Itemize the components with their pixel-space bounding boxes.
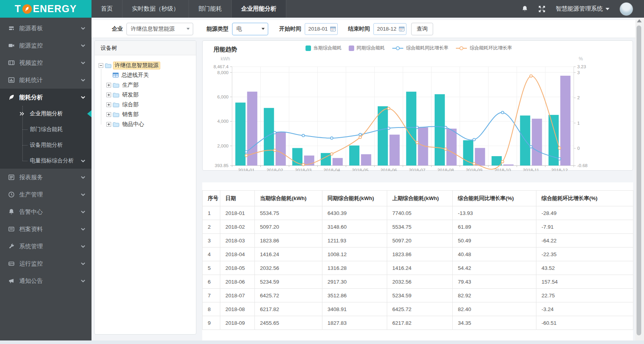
- device-tree-panel: 设备树 许继信息智慧能源总进线开关生产部研发部综合部销售部物品中心: [94, 40, 196, 335]
- nav-tab-2[interactable]: 部门能耗: [189, 0, 232, 18]
- legend-item-3[interactable]: 综合能耗环比增长率: [456, 45, 512, 51]
- legend-item-1[interactable]: 同期综合能耗: [349, 45, 385, 51]
- system-title-dropdown[interactable]: 智慧能源管理系统: [556, 5, 609, 13]
- tree-expand-toggle[interactable]: [106, 112, 111, 117]
- device-tree-title: 设备树: [95, 41, 196, 55]
- energy-trend-chart: 8,467.48,0006,0004,0002,000393.853.23321…: [203, 55, 633, 171]
- chevron-down-icon: [81, 245, 85, 248]
- calendar-icon[interactable]: [399, 26, 404, 31]
- sidebar-subitem-0[interactable]: 企业用能分析: [0, 106, 91, 122]
- table-cell: 7740.05: [387, 206, 453, 220]
- fullscreen-icon[interactable]: [538, 5, 545, 13]
- svg-text:kWh: kWh: [221, 56, 230, 62]
- scrollbar-up-arrow[interactable]: [637, 19, 642, 22]
- table-cell: -22.35: [536, 248, 633, 261]
- sidebar-item-3[interactable]: 能耗统计: [0, 71, 91, 89]
- nav-tab-3[interactable]: 企业用能分析: [232, 0, 286, 18]
- table-cell: 54.42: [453, 261, 536, 275]
- sidebar-item-8[interactable]: 档案资料: [0, 220, 91, 238]
- logo-text-left: T: [15, 3, 21, 15]
- nav-tab-0[interactable]: 首页: [91, 0, 123, 18]
- chevron-down-icon: [81, 44, 85, 47]
- tree-node-root[interactable]: 许继信息智慧能源: [99, 60, 192, 70]
- chevron-down-icon: [187, 28, 190, 30]
- table-cell: 2018-01: [220, 206, 255, 220]
- table-cell: 2: [203, 220, 220, 234]
- tree-node-label: 研发部: [121, 91, 140, 98]
- sidebar-item-label: 能耗分析: [19, 94, 43, 101]
- tree-node-2[interactable]: 研发部: [106, 90, 192, 100]
- table-cell: 6425.72: [387, 302, 453, 316]
- chart-legend: 当期综合能耗同期综合能耗综合能耗同比增长率综合能耗环比增长率: [306, 45, 512, 51]
- tree-dot-connector: [22, 129, 27, 130]
- sidebar-item-10[interactable]: 运行监控: [0, 255, 91, 272]
- svg-text:2: 2: [577, 95, 580, 100]
- sidebar-item-11[interactable]: 通知公告: [0, 272, 91, 289]
- svg-text:8,000: 8,000: [217, 70, 229, 75]
- tree-node-1[interactable]: 生产部: [106, 80, 192, 90]
- sidebar-item-4[interactable]: 能耗分析: [0, 89, 91, 106]
- query-button[interactable]: 查询: [411, 23, 433, 35]
- table-row-6: 72018-076425.723512.865234.5982.9222.75: [203, 289, 633, 302]
- svg-text:-0.68: -0.68: [577, 163, 587, 168]
- tree-collapse-toggle[interactable]: [99, 63, 103, 68]
- tree-expand-toggle[interactable]: [106, 93, 111, 97]
- archive-icon: [8, 226, 15, 233]
- sidebar-item-1[interactable]: 能源监控: [0, 37, 91, 54]
- table-cell: -3.24: [536, 302, 633, 316]
- legend-label: 综合能耗环比增长率: [470, 45, 512, 51]
- energy-data-table: 序号日期当期综合能耗(kWh)同期综合能耗(kWh)上期综合能耗(kWh)综合能…: [202, 190, 633, 330]
- chevron-down-icon: [81, 27, 85, 30]
- sidebar-item-9[interactable]: 系统管理: [0, 238, 91, 255]
- nav-tab-1[interactable]: 实时数据（秒级）: [123, 0, 189, 18]
- svg-text:2018-05: 2018-05: [352, 168, 368, 171]
- legend-item-0[interactable]: 当期综合能耗: [306, 45, 342, 51]
- tree-node-5[interactable]: 物品中心: [106, 119, 192, 129]
- table-row-3: 42018-041416.241008.121823.8640.48-22.35: [203, 248, 633, 261]
- sidebar-subitem-label: 设备用能分析: [30, 142, 63, 149]
- tree-expand-toggle[interactable]: [106, 122, 111, 127]
- calendar-icon[interactable]: [330, 26, 336, 31]
- sidebar-item-5[interactable]: 报表服务: [0, 169, 91, 186]
- avatar[interactable]: [620, 2, 633, 16]
- table-cell: 5234.59: [255, 275, 322, 289]
- company-select[interactable]: 许继信息智慧能源: [126, 23, 193, 35]
- sidebar-subitem-1[interactable]: 部门综合能耗: [0, 122, 91, 137]
- table-row-5: 62018-065234.592917.302032.5679.43157.54: [203, 275, 633, 289]
- sidebar-item-label: 生产管理: [19, 191, 43, 198]
- logo[interactable]: T ENERGY: [0, 0, 91, 18]
- table-cell: 3512.86: [322, 289, 387, 302]
- folder-icon: [113, 102, 119, 107]
- sidebar-item-7[interactable]: 告警中心: [0, 203, 91, 220]
- table-cell: 7: [203, 289, 220, 302]
- tree-node-4[interactable]: 销售部: [106, 109, 192, 119]
- table-cell: 79.43: [453, 275, 536, 289]
- table-header-cell-1: 日期: [220, 191, 255, 206]
- table-header-cell-0: 序号: [203, 191, 220, 206]
- sidebar-item-0[interactable]: 能源看板: [0, 20, 91, 37]
- table-cell: 2018-09: [220, 316, 255, 330]
- bell-icon[interactable]: [521, 5, 528, 12]
- sidebar-item-2[interactable]: 视频监控: [0, 54, 91, 71]
- end-time-label: 结束时间: [348, 25, 370, 33]
- table-row-4: 52018-052032.561316.281416.2454.4243.52: [203, 261, 633, 275]
- tree-expand-toggle[interactable]: [106, 102, 111, 107]
- tree-node-3[interactable]: 综合部: [106, 100, 192, 109]
- clock-icon: [8, 191, 15, 198]
- scrollbar-thumb[interactable]: [637, 25, 641, 335]
- svg-text:6,000: 6,000: [217, 95, 229, 99]
- tree-node-0[interactable]: 总进线开关: [106, 70, 192, 80]
- table-cell: 6217.82: [255, 302, 322, 316]
- horizontal-scrollbar-track[interactable]: [0, 340, 644, 344]
- table-cell: 2032.56: [255, 261, 322, 275]
- sidebar-subitem-label: 电量指标综合分析: [30, 157, 74, 164]
- vertical-scrollbar: [635, 18, 644, 340]
- legend-item-2[interactable]: 综合能耗同比增长率: [392, 45, 448, 51]
- sidebar-subitem-2[interactable]: 设备用能分析: [0, 137, 91, 153]
- tree-expand-toggle[interactable]: [106, 83, 111, 87]
- tree-node-label: 物品中心: [121, 121, 145, 128]
- energy-type-select[interactable]: 电: [232, 23, 268, 35]
- sidebar-subitem-3[interactable]: 电量指标综合分析: [0, 153, 91, 169]
- sidebar-item-6[interactable]: 生产管理: [0, 186, 91, 203]
- sidebar-item-label: 视频监控: [19, 59, 43, 67]
